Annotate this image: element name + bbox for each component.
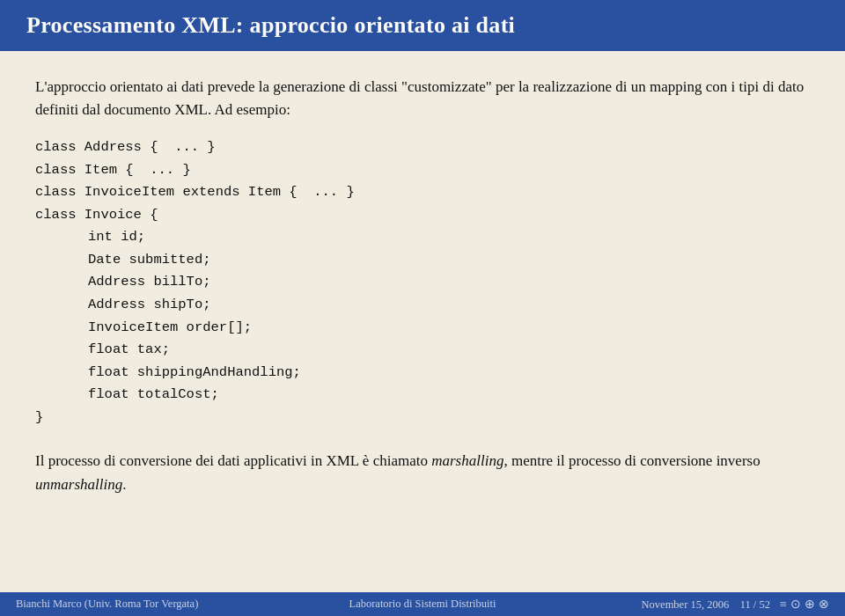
code-line-2: class Item { ... }	[35, 159, 810, 182]
footer-slide-number: 11 / 52	[740, 598, 770, 611]
code-line-11: float shippingAndHandling;	[35, 362, 810, 385]
nav-icon-4[interactable]: ⊗	[819, 597, 829, 612]
code-line-12: float totalCost;	[35, 384, 810, 407]
footer-right-section: November 15, 2006 11 / 52 ≡ ⊙ ⊕ ⊗	[626, 597, 829, 612]
closing-text-between: , mentre il processo di conversione inve…	[503, 452, 760, 469]
code-line-8: Address shipTo;	[35, 294, 810, 317]
code-line-10: float tax;	[35, 339, 810, 362]
nav-icon-1[interactable]: ≡	[780, 598, 787, 612]
nav-icon-3[interactable]: ⊕	[805, 597, 815, 612]
nav-icons-group: ≡ ⊙ ⊕ ⊗	[780, 597, 829, 612]
main-content: L'approccio orientato ai dati prevede la…	[0, 51, 845, 505]
marshalling-term: marshalling	[431, 452, 503, 469]
code-line-1: class Address { ... }	[35, 136, 810, 159]
unmarshalling-term: unmarshalling	[35, 476, 122, 493]
footer-course: Laboratorio di Sistemi Distribuiti	[219, 598, 626, 611]
closing-paragraph: Il processo di conversione dei dati appl…	[35, 450, 810, 496]
code-block: class Address { ... } class Item { ... }…	[35, 136, 810, 429]
code-line-6: Date submitted;	[35, 249, 810, 272]
code-line-5: int id;	[35, 226, 810, 249]
footer-date: November 15, 2006	[642, 598, 730, 611]
closing-text-after: .	[122, 476, 126, 493]
code-line-7: Address billTo;	[35, 271, 810, 294]
slide-footer: Bianchi Marco (Univ. Roma Tor Vergata) L…	[0, 592, 845, 616]
intro-paragraph: L'approccio orientato ai dati prevede la…	[35, 76, 810, 121]
header-title: Processamento XML: approccio orientato a…	[26, 12, 515, 38]
nav-icon-2[interactable]: ⊙	[790, 597, 801, 612]
code-line-4: class Invoice {	[35, 204, 810, 227]
slide-header: Processamento XML: approccio orientato a…	[0, 0, 845, 51]
closing-text-before: Il processo di conversione dei dati appl…	[35, 452, 431, 469]
code-line-13: }	[35, 407, 810, 429]
code-line-9: InvoiceItem order[];	[35, 317, 810, 340]
code-line-3: class InvoiceItem extends Item { ... }	[35, 181, 810, 204]
footer-author: Bianchi Marco (Univ. Roma Tor Vergata)	[16, 598, 219, 611]
intro-text: L'approccio orientato ai dati prevede la…	[35, 78, 804, 118]
